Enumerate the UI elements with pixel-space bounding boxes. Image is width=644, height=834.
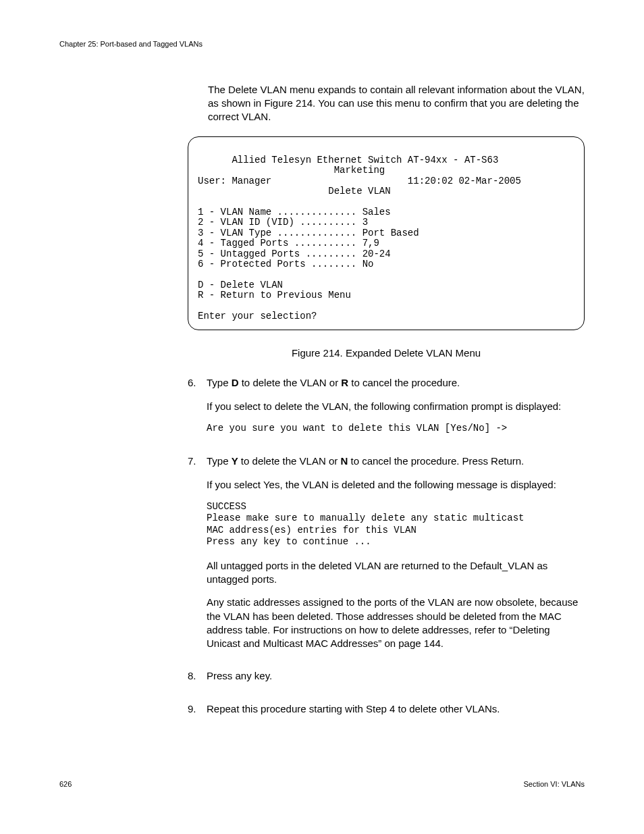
term-line-2: 2 - VLAN ID (VID) .......... 3 <box>198 217 368 228</box>
terminal-window: Allied Telesyn Ethernet Switch AT-94xx -… <box>188 136 585 331</box>
step-number: 8. <box>188 669 207 692</box>
intro-paragraph: The Delete VLAN menu expands to contain … <box>208 83 585 124</box>
step-text: Repeat this procedure starting with Step… <box>207 702 585 716</box>
term-cmd-d: D - Delete VLAN <box>198 280 283 290</box>
step-text: Any static addresses assigned to the por… <box>207 596 585 650</box>
term-line-5: 5 - Untagged Ports ......... 20-24 <box>198 249 391 259</box>
term-cmd-r: R - Return to Previous Menu <box>198 290 351 301</box>
section-label: Section VI: VLANs <box>524 779 585 789</box>
term-datetime: 11:20:02 02-Mar-2005 <box>408 176 521 186</box>
term-line-6: 6 - Protected Ports ........ No <box>198 259 373 269</box>
step-9: 9. Repeat this procedure starting with S… <box>188 702 585 725</box>
page-footer: 626 Section VI: VLANs <box>59 779 585 789</box>
term-prompt: Enter your selection? <box>198 311 317 321</box>
step-text: If you select to delete the VLAN, the fo… <box>207 400 585 413</box>
page-number: 626 <box>59 779 72 789</box>
chapter-header: Chapter 25: Port-based and Tagged VLANs <box>59 39 585 49</box>
term-menu-title: Delete VLAN <box>328 186 390 197</box>
step-text: If you select Yes, the VLAN is deleted a… <box>207 478 585 492</box>
term-line-4: 4 - Tagged Ports ........... 7,9 <box>198 238 379 249</box>
step-text: Press any key. <box>207 669 585 683</box>
term-line-3: 3 - VLAN Type .............. Port Based <box>198 228 419 238</box>
step-7: 7. Type Y to delete the VLAN or N to can… <box>188 454 585 660</box>
code-block: SUCCESS Please make sure to manually del… <box>207 501 585 548</box>
figure-caption: Figure 214. Expanded Delete VLAN Menu <box>188 346 585 360</box>
step-number: 9. <box>188 702 207 725</box>
step-text: All untagged ports in the deleted VLAN a… <box>207 559 585 587</box>
code-block: Are you sure you want to delete this VLA… <box>207 423 585 435</box>
step-8: 8. Press any key. <box>188 669 585 692</box>
step-6: 6. Type D to delete the VLAN or R to can… <box>188 376 585 445</box>
step-text: Type D to delete the VLAN or R to cancel… <box>207 376 585 390</box>
step-text: Type Y to delete the VLAN or N to cancel… <box>207 454 585 468</box>
term-user: User: Manager <box>198 176 271 186</box>
term-title: Allied Telesyn Ethernet Switch AT-94xx -… <box>198 155 498 176</box>
term-line-1: 1 - VLAN Name .............. Sales <box>198 207 391 217</box>
step-number: 7. <box>188 454 207 660</box>
step-number: 6. <box>188 376 207 445</box>
